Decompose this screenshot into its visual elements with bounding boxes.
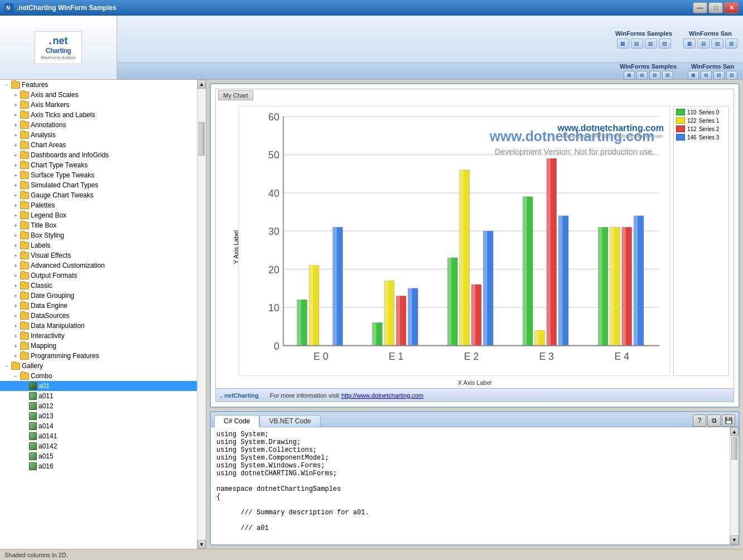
tree-item[interactable]: +Mapping (0, 341, 197, 351)
tree-item[interactable]: +Data Engine (0, 301, 197, 311)
nav-icon-3[interactable]: ▧ (645, 38, 657, 49)
tree-expand-icon[interactable]: + (11, 141, 20, 149)
tree-item[interactable]: +Box Styling (0, 230, 197, 240)
tree-expand-icon[interactable]: + (11, 331, 20, 340)
tree-expand-icon[interactable]: + (11, 291, 20, 300)
tree-item[interactable]: +Axis Markers (0, 100, 197, 110)
nav-bottom-icon-2[interactable]: ▤ (636, 71, 648, 80)
nav-bottom-icon-1[interactable]: ▦ (624, 71, 635, 80)
tree-expand-icon[interactable]: − (11, 371, 20, 380)
tree-expand-icon[interactable]: + (11, 251, 20, 260)
tree-expand-icon[interactable]: + (11, 191, 20, 200)
help-button[interactable]: ? (693, 414, 706, 427)
tree-item[interactable]: +Programming Features (0, 351, 197, 361)
nav-icon-8[interactable]: ▨ (725, 38, 737, 49)
tree-item[interactable]: +Analysis (0, 130, 197, 140)
tree-expand-icon[interactable]: + (11, 281, 20, 290)
maximize-button[interactable]: □ (708, 2, 723, 13)
tree-item[interactable]: −Gallery (0, 361, 197, 371)
save-button[interactable]: 💾 (722, 414, 735, 427)
scroll-down-arrow[interactable]: ▼ (197, 540, 206, 549)
tree-expand-icon[interactable]: + (11, 321, 20, 330)
code-text[interactable]: using System; using System.Drawing; usin… (211, 427, 730, 544)
tree-expand-icon[interactable]: + (11, 221, 20, 230)
tree-expand-icon[interactable]: − (2, 361, 11, 370)
tree-item[interactable]: +Legend Box (0, 210, 197, 220)
tree-item[interactable]: +Interactivity (0, 331, 197, 341)
tree-expand-icon[interactable]: + (11, 181, 20, 190)
tree-expand-icon[interactable]: + (11, 211, 20, 220)
nav-icon-5[interactable]: ▦ (683, 38, 696, 49)
tree-item[interactable]: +Axis Ticks and Labels (0, 110, 197, 120)
nav-bottom-icon-3[interactable]: ▧ (649, 71, 660, 80)
csharp-tab[interactable]: C# Code (214, 415, 259, 427)
tree-item[interactable]: +Advanced Customization (0, 260, 197, 271)
tree-expand-icon[interactable]: + (11, 241, 20, 250)
nav-bottom-icon-7[interactable]: ▧ (713, 71, 725, 80)
tree-expand-icon[interactable]: + (11, 231, 20, 240)
nav-bottom-icon-5[interactable]: ▦ (688, 71, 699, 80)
tree-item[interactable]: +Chart Areas (0, 140, 197, 150)
nav-icon-6[interactable]: ▤ (697, 38, 710, 49)
tree-item[interactable]: a014 (0, 421, 197, 431)
tree-item[interactable]: −Features (0, 80, 197, 90)
tree-expand-icon[interactable]: + (11, 171, 20, 180)
tree-item[interactable]: a0142 (0, 441, 197, 451)
tree-item[interactable]: −Combo (0, 371, 197, 381)
tree-expand-icon[interactable]: + (11, 110, 20, 119)
footer-link[interactable]: http://www.dotnetcharting.com (341, 392, 423, 399)
tree-item[interactable]: +Title Box (0, 220, 197, 230)
tree-item[interactable]: a01 (0, 381, 197, 391)
vbnet-tab[interactable]: VB.NET Code (259, 415, 320, 427)
tree-expand-icon[interactable]: + (11, 120, 20, 129)
tree-expand-icon[interactable]: − (2, 80, 11, 89)
scroll-up-arrow[interactable]: ▲ (197, 80, 206, 89)
minimize-button[interactable]: — (693, 2, 707, 13)
tree-expand-icon[interactable]: + (11, 351, 20, 360)
tree-item[interactable]: +Palettes (0, 200, 197, 210)
tree-expand-icon[interactable]: + (11, 311, 20, 320)
tree-item[interactable]: a013 (0, 411, 197, 421)
nav-bottom-icon-6[interactable]: ▤ (701, 71, 712, 80)
tree-expand-icon[interactable]: + (11, 201, 20, 210)
nav-bottom-icon-8[interactable]: ▨ (726, 71, 737, 80)
tree-item[interactable]: +Simulated Chart Types (0, 180, 197, 190)
nav-icon-1[interactable]: ▦ (617, 38, 629, 49)
tree-expand-icon[interactable]: + (11, 341, 20, 350)
tree-expand-icon[interactable]: + (11, 151, 20, 160)
tree-item[interactable]: a015 (0, 451, 197, 461)
nav-bottom-icon-4[interactable]: ▨ (662, 71, 673, 80)
nav-icon-7[interactable]: ▧ (711, 38, 723, 49)
tree-expand-icon[interactable]: + (11, 100, 20, 109)
tree-expand-icon[interactable]: + (11, 271, 20, 280)
tree-item[interactable]: +Dashboards and InfoGrids (0, 150, 197, 160)
close-button[interactable]: ✕ (724, 2, 739, 13)
code-scrollbar-thumb[interactable] (731, 437, 737, 460)
tree-expand-icon[interactable]: + (11, 90, 20, 99)
tree-item[interactable]: a016 (0, 461, 197, 471)
nav-icon-2[interactable]: ▤ (631, 38, 643, 49)
tree-item[interactable]: +Surface Type Tweaks (0, 170, 197, 180)
tree-item[interactable]: +Data Manipulation (0, 321, 197, 331)
tree-item[interactable]: +Date Grouping (0, 291, 197, 301)
tree-expand-icon[interactable]: + (11, 301, 20, 310)
code-scroll-down[interactable]: ▼ (730, 535, 739, 544)
tree-item[interactable]: +Labels (0, 240, 197, 250)
nav-icon-4[interactable]: ▨ (659, 38, 671, 49)
tree-item[interactable]: a011 (0, 391, 197, 401)
tree-item[interactable]: +Gauge Chart Tweaks (0, 190, 197, 200)
tree-item[interactable]: +Visual Effects (0, 250, 197, 260)
tree-expand-icon[interactable]: + (11, 131, 20, 139)
tree-item[interactable]: +DataSources (0, 311, 197, 321)
copy-button[interactable]: ⧉ (707, 414, 721, 427)
scrollbar-thumb[interactable] (199, 122, 205, 156)
tree-item[interactable]: +Annotations (0, 120, 197, 130)
tree-item[interactable]: +Axis and Scales (0, 90, 197, 100)
tree-expand-icon[interactable]: + (11, 161, 20, 170)
tree-item[interactable]: +Classic (0, 281, 197, 291)
tree-item[interactable]: a012 (0, 401, 197, 411)
tree-item[interactable]: +Chart Type Tweaks (0, 160, 197, 170)
tree-item[interactable]: a0141 (0, 431, 197, 441)
tree-expand-icon[interactable]: + (11, 261, 20, 270)
tree-item[interactable]: +Output Formats (0, 271, 197, 281)
